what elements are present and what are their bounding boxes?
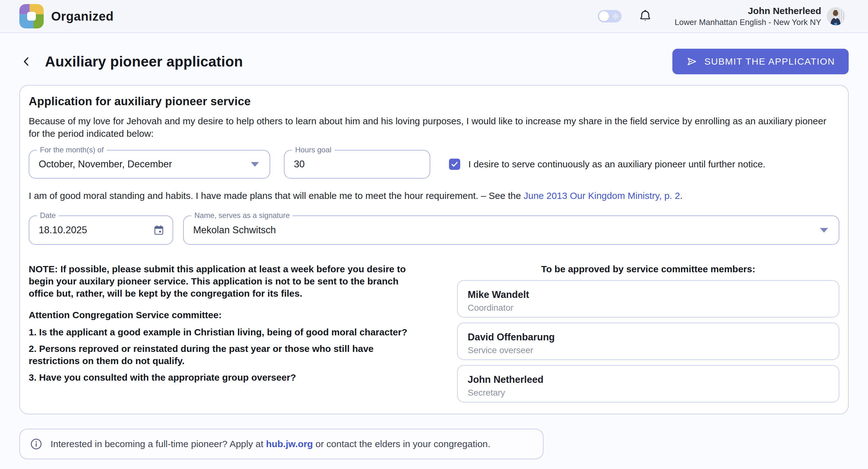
lower-columns: NOTE: If possible, please submit this ap… bbox=[29, 263, 839, 403]
info-text: Interested in becoming a full-time pione… bbox=[51, 439, 491, 449]
member-name: David Offenbarung bbox=[468, 331, 828, 343]
note-paragraph: NOTE: If possible, please submit this ap… bbox=[29, 263, 425, 299]
page-title: Auxiliary pioneer application bbox=[45, 53, 243, 70]
signature-name-select[interactable]: Name, serves as a signature Mekolan Schw… bbox=[183, 215, 839, 245]
date-field-value: 18.10.2025 bbox=[39, 225, 87, 236]
continuous-service-option: I desire to serve continuously as an aux… bbox=[449, 158, 765, 170]
member-role: Coordinator bbox=[468, 302, 828, 313]
submit-application-button[interactable]: SUBMIT THE APPLICATION bbox=[672, 49, 849, 74]
page-title-row: Auxiliary pioneer application SUBMIT THE… bbox=[19, 49, 849, 74]
date-field-label: Date bbox=[37, 211, 59, 220]
user-block[interactable]: John Netherleed Lower Manhattan English … bbox=[675, 5, 821, 27]
hours-goal-label: Hours goal bbox=[292, 146, 335, 154]
continuous-service-label: I desire to serve continuously as an aux… bbox=[468, 159, 765, 170]
kingdom-ministry-link[interactable]: June 2013 Our Kingdom Ministry, p. 2 bbox=[524, 190, 680, 201]
submit-button-label: SUBMIT THE APPLICATION bbox=[704, 56, 835, 67]
chevron-down-icon bbox=[820, 228, 828, 233]
member-name: John Netherleed bbox=[468, 374, 828, 386]
signature-name-value: Mekolan Schwitsch bbox=[193, 225, 276, 236]
calendar-icon bbox=[153, 225, 164, 236]
check-icon bbox=[451, 160, 459, 168]
application-card: Application for auxiliary pioneer servic… bbox=[19, 85, 849, 414]
notifications-bell-icon[interactable] bbox=[638, 9, 652, 23]
period-fields-row: For the month(s) of October, November, D… bbox=[29, 150, 839, 179]
committee-member-card: Mike Wandelt Coordinator bbox=[457, 280, 839, 318]
approval-column: To be approved by service committee memb… bbox=[457, 263, 839, 403]
months-select[interactable]: For the month(s) of October, November, D… bbox=[29, 150, 270, 179]
committee-question-2: 2. Persons reproved or reinstated during… bbox=[29, 343, 425, 367]
committee-question-3: 3. Have you consulted with the appropria… bbox=[29, 371, 425, 383]
app-logo-icon[interactable] bbox=[19, 4, 44, 28]
pioneer-info-banner: Interested in becoming a full-time pione… bbox=[19, 429, 544, 459]
back-button[interactable] bbox=[19, 54, 34, 69]
sun-icon bbox=[612, 13, 619, 20]
app-header: Organized John Netherleed bbox=[0, 0, 868, 33]
signature-name-label: Name, serves as a signature bbox=[191, 211, 293, 220]
committee-question-1: 1. Is the applicant a good example in Ch… bbox=[29, 326, 425, 338]
info-circle-icon bbox=[30, 438, 42, 450]
info-prefix: Interested in becoming a full-time pione… bbox=[51, 439, 266, 449]
statement-period: . bbox=[680, 190, 682, 201]
committee-member-card: David Offenbarung Service overseer bbox=[457, 323, 839, 360]
committee-member-card: John Netherleed Secretary bbox=[457, 365, 839, 403]
hub-jw-org-link[interactable]: hub.jw.org bbox=[266, 439, 313, 449]
months-select-label: For the month(s) of bbox=[37, 146, 107, 154]
member-name: Mike Wandelt bbox=[468, 289, 828, 301]
attention-paragraph: Attention Congregation Service committee… bbox=[29, 309, 425, 321]
intro-paragraph: Because of my love for Jehovah and my de… bbox=[29, 115, 834, 140]
user-avatar[interactable] bbox=[827, 7, 845, 25]
header-controls: John Netherleed Lower Manhattan English … bbox=[598, 5, 845, 27]
toggle-knob bbox=[599, 11, 609, 21]
chevron-down-icon bbox=[251, 162, 259, 167]
member-role: Secretary bbox=[468, 387, 828, 398]
date-field[interactable]: Date 18.10.2025 bbox=[29, 215, 173, 245]
moral-statement: I am of good moral standing and habits. … bbox=[29, 190, 839, 201]
statement-text: I am of good moral standing and habits. … bbox=[29, 190, 524, 201]
hours-goal-input[interactable]: Hours goal 30 bbox=[284, 150, 430, 179]
send-icon bbox=[686, 56, 698, 67]
continuous-service-checkbox[interactable] bbox=[449, 158, 460, 170]
hours-goal-value: 30 bbox=[294, 158, 305, 170]
user-name: John Netherleed bbox=[675, 5, 821, 17]
approval-heading: To be approved by service committee memb… bbox=[457, 263, 839, 275]
date-name-row: Date 18.10.2025 Name, serves as a signat… bbox=[29, 215, 839, 245]
app-name: Organized bbox=[51, 9, 114, 23]
months-select-value: October, November, December bbox=[39, 158, 172, 170]
info-suffix: or contact the elders in your congregati… bbox=[313, 439, 491, 449]
theme-toggle[interactable] bbox=[598, 10, 621, 23]
member-role: Service overseer bbox=[468, 345, 828, 356]
user-congregation: Lower Manhattan English - New York NY bbox=[675, 17, 821, 27]
card-heading: Application for auxiliary pioneer servic… bbox=[29, 95, 839, 108]
notes-column: NOTE: If possible, please submit this ap… bbox=[29, 263, 425, 403]
